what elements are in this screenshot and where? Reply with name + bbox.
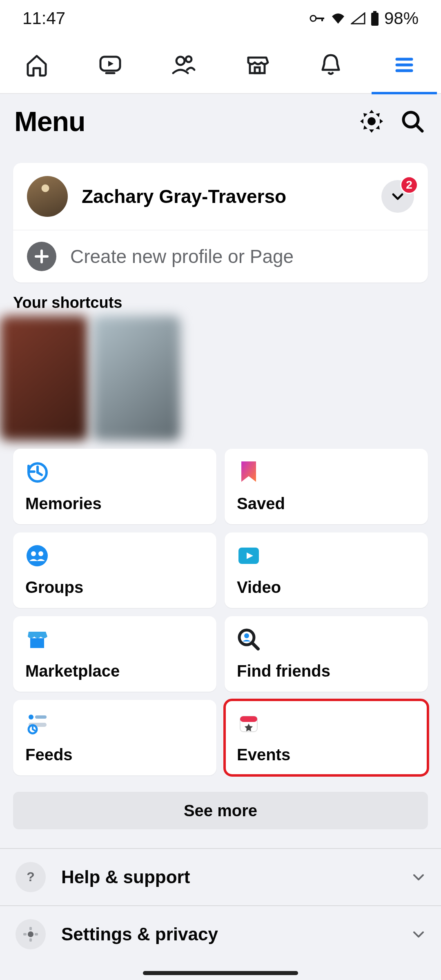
status-bar: 11:47 98%: [0, 0, 441, 37]
svg-point-20: [31, 551, 36, 556]
svg-point-19: [27, 545, 48, 566]
svg-rect-38: [35, 933, 38, 935]
page-title: Menu: [14, 105, 359, 137]
grid-label: Feeds: [25, 746, 204, 764]
feeds-icon: [25, 711, 49, 735]
status-icons: 98%: [309, 9, 419, 28]
tab-friends[interactable]: [165, 47, 202, 83]
svg-rect-3: [373, 11, 376, 13]
grid-card-feeds[interactable]: Feeds: [13, 700, 216, 775]
svg-point-25: [244, 633, 249, 638]
home-indicator: [143, 971, 298, 975]
menu-header: Menu: [0, 94, 441, 149]
tab-menu[interactable]: [386, 47, 423, 83]
saved-icon: [237, 460, 261, 484]
profile-card: Zachary Gray-Traverso 2 Create new profi…: [13, 163, 428, 283]
svg-rect-2: [321, 18, 323, 21]
profile-switcher[interactable]: 2: [381, 180, 414, 213]
svg-point-13: [368, 117, 376, 125]
battery-percent: 98%: [384, 9, 419, 28]
grid-label: Marketplace: [25, 662, 204, 680]
search-icon: [400, 109, 425, 134]
grid-card-marketplace[interactable]: Marketplace: [13, 616, 216, 692]
wifi-icon: [330, 12, 346, 24]
shortcuts-row: [0, 316, 441, 441]
shortcut-item[interactable]: [92, 316, 180, 441]
svg-point-21: [38, 551, 43, 556]
grid-card-events[interactable]: Events: [225, 700, 428, 775]
memories-icon: [25, 460, 49, 484]
svg-text:?: ?: [27, 869, 35, 884]
vpn-key-icon: [309, 13, 325, 23]
avatar: [27, 176, 68, 217]
status-time: 11:47: [22, 9, 65, 28]
svg-rect-32: [240, 716, 257, 722]
svg-point-7: [176, 57, 185, 65]
chevron-down-icon: [391, 189, 405, 203]
shortcut-item[interactable]: [0, 316, 88, 441]
tab-home[interactable]: [18, 47, 55, 83]
svg-rect-4: [371, 13, 379, 26]
svg-point-0: [310, 16, 316, 21]
battery-icon: [370, 11, 379, 26]
grid-label: Events: [237, 746, 416, 764]
svg-point-8: [186, 56, 192, 62]
grid-card-find-friends[interactable]: Find friends: [225, 616, 428, 692]
marketplace-icon: [244, 52, 270, 78]
signal-icon: [351, 12, 365, 24]
grid-label: Memories: [25, 494, 204, 513]
groups-icon: [25, 544, 49, 568]
chevron-down-icon: [412, 870, 425, 884]
svg-rect-23: [30, 638, 44, 648]
svg-line-15: [416, 125, 422, 131]
notification-badge: 2: [400, 176, 418, 194]
hamburger-icon: [393, 53, 416, 76]
shortcuts-heading: Your shortcuts: [13, 294, 428, 312]
grid-label: Video: [237, 578, 416, 597]
marketplace-icon: [25, 628, 49, 651]
settings-privacy-row[interactable]: Settings & privacy: [0, 905, 441, 962]
help-support-row[interactable]: ? Help & support: [0, 848, 441, 905]
grid-card-saved[interactable]: Saved: [225, 449, 428, 524]
home-icon: [24, 52, 50, 78]
help-icon: ?: [16, 862, 46, 892]
svg-rect-35: [29, 927, 32, 930]
tab-watch[interactable]: [92, 47, 129, 83]
friends-icon: [171, 52, 197, 78]
settings-icon: [16, 919, 46, 949]
chevron-down-icon: [412, 927, 425, 941]
settings-button[interactable]: [359, 109, 384, 134]
grid-card-groups[interactable]: Groups: [13, 532, 216, 608]
events-icon: [237, 711, 261, 735]
tab-marketplace[interactable]: [239, 47, 276, 83]
grid-card-memories[interactable]: Memories: [13, 449, 216, 524]
profile-name: Zachary Gray-Traverso: [82, 185, 286, 207]
find-friends-icon: [237, 628, 261, 651]
plus-icon: [27, 242, 56, 271]
create-profile-row[interactable]: Create new profile or Page: [13, 230, 428, 283]
grid-label: Find friends: [237, 662, 416, 680]
svg-rect-28: [35, 715, 47, 719]
svg-rect-36: [29, 938, 32, 942]
grid-label: Groups: [25, 578, 204, 597]
svg-point-34: [28, 931, 33, 937]
svg-rect-9: [255, 67, 260, 73]
svg-rect-37: [23, 933, 27, 935]
gear-icon: [359, 109, 384, 134]
video-icon: [237, 544, 261, 568]
menu-grid: Memories Saved Groups Video Marketplace …: [13, 449, 428, 775]
tab-notifications[interactable]: [312, 47, 349, 83]
top-nav: [0, 37, 441, 94]
profile-row[interactable]: Zachary Gray-Traverso 2: [13, 163, 428, 230]
svg-point-27: [29, 715, 33, 719]
bell-icon: [318, 52, 344, 78]
watch-icon: [97, 52, 123, 78]
svg-line-26: [252, 643, 258, 649]
see-more-button[interactable]: See more: [13, 792, 428, 829]
help-support-label: Help & support: [61, 867, 396, 887]
grid-label: Saved: [237, 494, 416, 513]
search-button[interactable]: [400, 109, 425, 134]
create-profile-label: Create new profile or Page: [70, 245, 294, 267]
grid-card-video[interactable]: Video: [225, 532, 428, 608]
settings-privacy-label: Settings & privacy: [61, 924, 396, 944]
